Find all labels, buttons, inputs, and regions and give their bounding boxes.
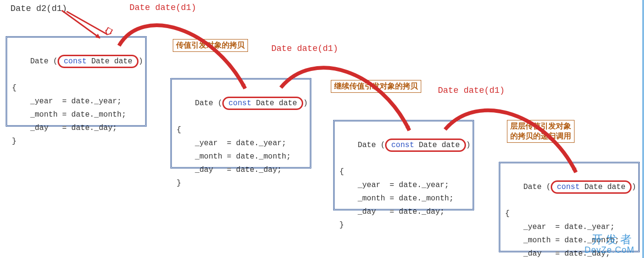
code-box-3: Date (const Date date) { _year = date._y… — [333, 120, 474, 210]
code1-l1: _year = date._year; — [12, 95, 140, 108]
code-box-1: Date (const Date date) { _year = date._y… — [6, 36, 147, 127]
code3-brace-close: } — [339, 218, 468, 232]
annotation-3: 层层传值引发对象 的拷贝的递归调用 — [507, 120, 575, 143]
watermark-cn: 开发者 — [585, 234, 634, 245]
code4-l1: _year = date._year; — [505, 220, 634, 234]
arrow-top-to-box1-open — [67, 11, 107, 34]
code4-fn-suffix: ) — [632, 183, 636, 191]
code2-brace-close: } — [177, 177, 305, 190]
code1-l3: _day = date._day; — [12, 121, 140, 135]
code1-const: const — [64, 57, 87, 66]
code1-l2: _month = date._month; — [12, 108, 140, 121]
top-call-text: Date d2(d1) — [10, 4, 67, 13]
code1-param-rest: Date date — [87, 57, 132, 66]
code2-const: const — [228, 99, 251, 108]
code4-param-pill: const Date date — [551, 180, 632, 194]
code2-signature: Date (const Date date) — [177, 83, 305, 123]
code2-param-pill: const Date date — [222, 97, 303, 110]
code2-param-rest: Date date — [251, 99, 297, 108]
code3-l3: _day = date._day; — [339, 205, 468, 218]
code2-fn-prefix: Date ( — [195, 99, 222, 108]
code2-l2: _month = date._month; — [177, 150, 305, 163]
call-label-1: Date date(d1) — [129, 3, 196, 12]
code2-l1: _year = date._year; — [177, 137, 305, 150]
code3-fn-prefix: Date ( — [357, 141, 385, 149]
code1-param-pill: const Date date — [58, 55, 139, 68]
annotation-1: 传值引发对象的拷贝 — [173, 39, 248, 52]
code1-fn-suffix: ) — [139, 57, 143, 66]
code2-fn-suffix: ) — [303, 99, 308, 108]
code4-brace-open: { — [505, 207, 634, 220]
code1-brace-open: { — [12, 81, 140, 95]
code1-fn-prefix: Date ( — [30, 57, 58, 66]
arrow-top-to-box1-solid — [62, 10, 100, 38]
call-label-3: Date date(d1) — [438, 86, 505, 95]
code4-signature: Date (const Date date) — [505, 167, 634, 207]
code-box-2: Date (const Date date) { _year = date._y… — [170, 78, 311, 169]
code1-brace-close: } — [12, 135, 140, 148]
code3-l2: _month = date._month; — [339, 192, 468, 205]
code3-l1: _year = date._year; — [339, 179, 468, 192]
annotation-3-line1: 层层传值引发对象 — [510, 122, 571, 130]
watermark-en: DevZe.CoM — [585, 245, 634, 255]
annotation-2: 继续传值引发对象的拷贝 — [331, 80, 421, 93]
annotation-3-line2: 的拷贝的递归调用 — [510, 132, 571, 140]
code4-param-rest: Date date — [580, 183, 625, 191]
code2-brace-open: { — [177, 123, 305, 137]
code3-fn-suffix: ) — [466, 141, 471, 149]
code3-param-pill: const Date date — [385, 139, 466, 152]
code3-signature: Date (const Date date) — [339, 125, 468, 165]
code4-const: const — [557, 183, 580, 191]
code3-param-rest: Date date — [414, 141, 460, 149]
watermark: 开发者 DevZe.CoM — [585, 234, 634, 255]
code3-const: const — [391, 141, 414, 149]
call-label-2: Date date(d1) — [271, 44, 338, 53]
code1-signature: Date (const Date date) — [12, 41, 140, 81]
code4-fn-prefix: Date ( — [523, 183, 551, 191]
code2-l3: _day = date._day; — [177, 163, 305, 177]
code3-brace-open: { — [339, 165, 468, 179]
